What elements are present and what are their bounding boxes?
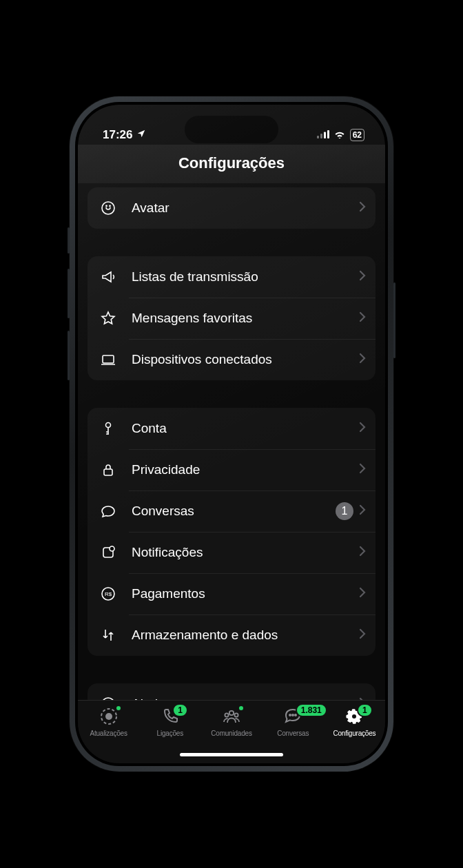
chevron-right-icon [359,422,366,435]
cellular-icon [317,128,329,142]
phone-bezel: 17:26 62 Conf [75,102,388,766]
avatar-icon [97,200,119,216]
tab-label: Conversas [277,730,309,737]
row-label: Notificações [119,545,359,560]
volume-down-button [68,331,70,380]
row-label: Conversas [119,504,336,519]
tab-badge: 1.831 [296,703,327,717]
chat-icon [97,503,119,519]
row-label: Dispositivos conectados [119,352,359,367]
settings-row-data[interactable]: Armazenamento e dados [88,614,375,656]
row-badge: 1 [336,502,353,520]
battery-level: 62 [353,130,362,140]
svg-rect-3 [327,130,329,138]
chevron-right-icon [359,311,366,325]
row-label: Pagamentos [119,586,359,601]
svg-point-23 [292,714,294,716]
settings-row-payments[interactable]: R$Pagamentos [88,573,375,614]
svg-point-24 [295,714,296,716]
badge-dot [115,705,122,712]
svg-point-8 [106,423,111,428]
chevron-right-icon [359,628,366,642]
tab-status[interactable]: Atualizações [78,706,139,763]
tab-badge: 1 [172,703,188,717]
row-label: Mensagens favoritas [119,311,359,326]
tab-label: Configurações [333,730,375,737]
settings-content[interactable]: AvatarListas de transmissãoMensagens fav… [78,183,385,700]
dynamic-island [185,116,278,143]
settings-row-megaphone[interactable]: Listas de transmissão [88,256,375,298]
tab-settings[interactable]: 1Configurações [324,706,385,763]
status-icon [99,706,119,727]
svg-rect-1 [320,134,322,138]
key-icon [97,420,119,437]
svg-point-11 [110,546,114,551]
star-icon [97,310,119,327]
svg-rect-9 [104,469,112,475]
settings-row-avatar[interactable]: Avatar [88,187,375,229]
screen: 17:26 62 Conf [78,105,385,763]
chevron-right-icon [359,270,366,284]
home-indicator[interactable] [180,753,283,756]
settings-row-key[interactable]: Conta [88,408,375,449]
tab-label: Comunidades [211,730,252,737]
page-title: Configurações [78,145,385,183]
settings-row-laptop[interactable]: Dispositivos conectados [88,339,375,380]
settings-row-info[interactable]: Ajuda [88,683,375,700]
chevron-right-icon [359,463,366,477]
settings-group: ContaPrivacidadeConversas1NotificaçõesR$… [88,408,375,656]
settings-group: Listas de transmissãoMensagens favoritas… [88,256,375,380]
chevron-right-icon [359,504,366,518]
payments-icon: R$ [97,586,119,602]
ringer-switch [68,227,70,254]
chevron-right-icon [359,353,366,366]
svg-point-4 [102,202,114,214]
laptop-icon [97,351,119,368]
settings-row-chat[interactable]: Conversas1 [88,490,375,532]
row-label: Privacidade [119,462,359,477]
svg-point-20 [225,713,228,716]
volume-up-button [68,269,70,318]
svg-text:R$: R$ [105,591,112,597]
notif-icon [97,544,119,561]
chevron-right-icon [359,546,366,559]
badge-dot [238,705,245,712]
svg-point-6 [110,205,110,206]
status-time: 17:26 [103,128,132,142]
settings-row-star[interactable]: Mensagens favoritas [88,298,375,339]
svg-point-19 [229,711,234,715]
row-label: Avatar [119,200,359,216]
tab-badge: 1 [357,703,373,717]
chevron-right-icon [359,587,366,601]
megaphone-icon [97,269,119,285]
svg-rect-7 [103,355,114,363]
data-icon [97,627,119,643]
battery-indicator: 62 [350,129,364,141]
settings-row-notif[interactable]: Notificações [88,532,375,573]
svg-point-22 [289,714,291,716]
svg-point-18 [105,713,112,720]
settings-row-lock[interactable]: Privacidade [88,449,375,490]
chevron-right-icon [359,201,366,215]
wifi-icon [333,128,346,142]
row-label: Conta [119,421,359,436]
row-label: Armazenamento e dados [119,628,359,643]
settings-group: Avatar [88,187,375,229]
settings-group: AjudaConvidar amigos [88,683,375,700]
tab-label: Atualizações [90,730,127,737]
row-label: Listas de transmissão [119,269,359,285]
svg-point-5 [106,205,107,206]
tab-label: Ligações [157,730,183,737]
power-button [393,282,395,358]
communities-icon [221,706,242,727]
svg-point-21 [234,713,238,716]
lock-icon [97,462,119,478]
svg-rect-0 [317,136,319,138]
phone-frame: 17:26 62 Conf [70,96,393,772]
location-icon [136,128,146,142]
svg-rect-2 [324,132,326,139]
